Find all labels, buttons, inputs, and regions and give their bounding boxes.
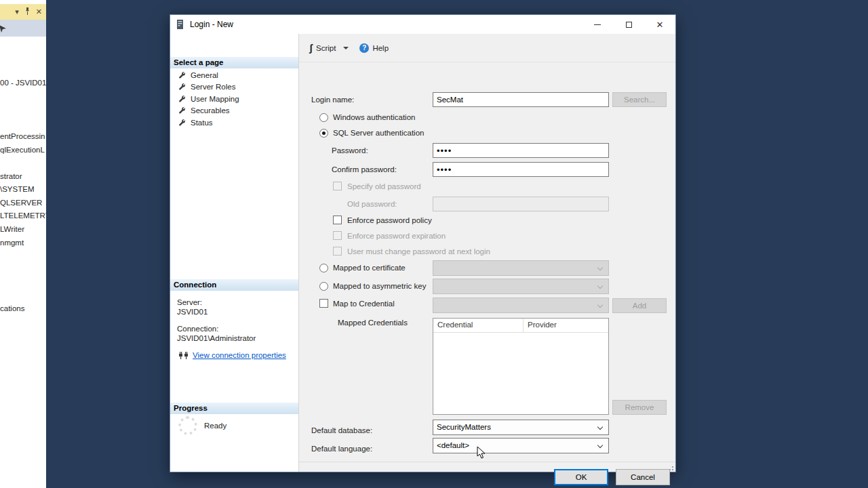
mapped-credentials-label: Mapped Credentials [338,319,408,327]
windows-authentication-radio[interactable] [319,113,328,122]
enforce-password-policy-checkbox[interactable] [333,216,342,224]
sidebar-page-server-roles[interactable]: Server Roles [170,81,298,92]
view-connection-properties-link[interactable]: View connection properties [193,351,286,359]
password-input[interactable] [433,143,609,158]
tree-item[interactable]: qlExecutionL [0,146,46,156]
login-name-label: Login name: [311,96,354,104]
select-a-page-header: Select a page [170,57,298,68]
old-password-input [433,197,609,211]
maximize-icon [626,22,632,28]
tree-item[interactable]: LTELEMETRY [0,211,46,222]
close-icon[interactable]: ✕ [36,8,42,16]
default-language-combobox[interactable]: <default> [433,438,609,453]
connection-label: Connection: [177,325,218,333]
minimize-button[interactable] [582,15,613,34]
window-position-menu-icon[interactable]: ▾ [15,8,19,16]
chevron-down-icon [597,443,603,448]
enforce-password-expiration-label: Enforce password expiration [347,232,446,240]
chevron-down-icon [597,302,603,308]
sidebar-page-securables[interactable]: Securables [170,104,298,116]
sidebar-page-user-mapping[interactable]: User Mapping [170,93,298,104]
chevron-down-icon [597,265,603,270]
connection-header: Connection [170,279,298,291]
connection-properties-icon [178,351,189,359]
server-login-icon [176,20,184,30]
tree-item[interactable]: strator [0,172,46,182]
tree-item[interactable]: \SYSTEM [0,185,46,195]
sidebar-page-general[interactable]: General [170,69,298,81]
tree-item[interactable]: 00 - JSVID01 [0,79,46,89]
script-icon: ʃ [309,43,313,53]
page-label: User Mapping [191,95,239,103]
script-dropdown-icon[interactable] [343,47,349,49]
page-label: Securables [191,106,230,115]
sql-server-authentication-label[interactable]: SQL Server authentication [333,129,424,137]
connection-value: JSVID01\Administrator [177,334,256,342]
column-header-provider: Provider [524,319,609,333]
resize-grip[interactable] [668,465,673,470]
cancel-button[interactable]: Cancel [616,469,670,485]
help-button[interactable]: ? Help [359,43,389,53]
mapped-to-certificate-radio[interactable] [319,264,328,272]
default-language-label: Default language: [311,445,372,453]
ok-button[interactable]: OK [554,469,608,485]
enforce-password-policy-label[interactable]: Enforce password policy [347,216,432,224]
tree-item[interactable]: cations [0,304,46,314]
specify-old-password-label: Specify old password [347,182,421,190]
specify-old-password-checkbox [333,182,342,190]
wrench-icon [178,71,186,79]
server-value: JSVID01 [177,308,208,316]
chevron-down-icon [597,424,603,430]
mapped-to-asymmetric-key-radio[interactable] [319,282,328,291]
login-new-dialog: Login - New ✕ Select a page General Serv… [170,14,676,472]
tree-item[interactable]: entProcessin [0,132,46,142]
progress-status: Ready [204,422,226,430]
object-explorer-toolbar [0,20,46,37]
tree-item[interactable]: nmgmt [0,239,46,249]
toolbar-partial-icon [0,24,7,33]
close-button[interactable]: ✕ [644,15,675,34]
sql-server-authentication-radio[interactable] [319,129,328,138]
windows-authentication-label[interactable]: Windows authentication [333,113,415,121]
login-name-input[interactable] [433,92,609,107]
page-label: Server Roles [191,83,235,91]
dialog-titlebar[interactable]: Login - New ✕ [170,15,675,34]
minimize-icon [594,24,601,25]
dialog-sidebar: Select a page General Server Roles User … [170,34,299,472]
pin-icon[interactable] [24,7,31,16]
map-to-credential-checkbox[interactable] [319,299,328,308]
confirm-password-label: Confirm password: [332,165,397,174]
mapped-to-asymmetric-key-label[interactable]: Mapped to asymmetric key [333,282,426,290]
mouse-cursor [477,446,486,460]
must-change-password-checkbox [333,247,342,256]
tree-item[interactable]: QLSERVER [0,199,46,209]
mapped-credentials-table[interactable]: Credential Provider [433,318,609,415]
tree-item[interactable]: LWriter [0,225,46,235]
page-label: Status [191,119,213,127]
page-label: General [191,71,218,79]
wrench-icon [178,119,186,126]
asymmetric-key-combobox [433,279,609,294]
wrench-icon [178,95,186,102]
object-explorer-titlebar[interactable]: ▾ ✕ [0,4,46,20]
chevron-down-icon [597,283,603,289]
map-to-credential-label[interactable]: Map to Credential [333,300,395,308]
script-label: Script [316,44,336,52]
search-button: Search... [612,92,667,107]
confirm-password-input[interactable] [433,162,609,177]
object-explorer-tree: 00 - JSVID01 entProcessin qlExecutionL s… [0,37,46,488]
dialog-toolbar: ʃ Script ? Help [299,34,675,62]
default-database-label: Default database: [311,426,372,434]
mapped-to-certificate-label[interactable]: Mapped to certificate [333,264,406,272]
server-label: Server: [177,298,202,306]
maximize-button[interactable] [613,15,644,34]
sidebar-page-status[interactable]: Status [170,117,298,128]
default-database-value: SecurityMatters [437,423,491,431]
script-button[interactable]: ʃ Script [309,43,349,53]
object-explorer-panel: ▾ ✕ 00 - JSVID01 entProcessin qlExecutio… [0,0,46,488]
old-password-label: Old password: [347,200,397,208]
progress-header: Progress [170,403,298,414]
add-button: Add [612,298,667,313]
default-database-combobox[interactable]: SecurityMatters [433,420,609,435]
password-label: Password: [332,146,368,155]
